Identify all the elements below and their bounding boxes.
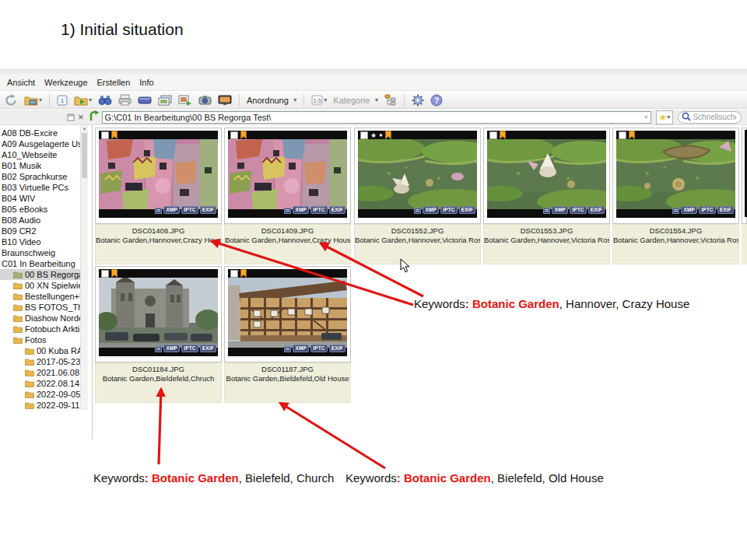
sidebar-item[interactable]: 2022-09-11 xyxy=(0,400,80,411)
menu-erstellen[interactable]: Erstellen xyxy=(97,78,131,87)
sort-list-icon[interactable]: 1-5▾ xyxy=(310,94,328,106)
select-checkbox[interactable] xyxy=(230,131,238,139)
sidebar-item[interactable]: Fotos xyxy=(0,334,80,345)
sidebar-item[interactable]: B02 Sprachkurse xyxy=(0,171,80,182)
select-checkbox[interactable] xyxy=(619,131,626,139)
sidebar-item-label: C01 In Bearbeitung xyxy=(2,259,75,268)
window-top-band xyxy=(0,68,747,74)
sidebar-item[interactable]: 2022-09-05 xyxy=(0,389,80,400)
badge-xmp: XMP xyxy=(293,206,309,214)
copy-images-icon[interactable] xyxy=(156,94,174,107)
sidebar-item[interactable]: Braunschweig xyxy=(0,247,80,258)
sidebar-item[interactable]: BS FOTOS_Themen+H xyxy=(0,302,80,313)
select-checkbox[interactable] xyxy=(230,270,238,278)
thumb-frame: XMPIPTCEXIF xyxy=(95,128,222,224)
menu-werkzeuge[interactable]: Werkzeuge xyxy=(44,78,87,87)
category-tree-icon[interactable] xyxy=(383,93,398,107)
file-keywords: Botanic Garden,Bieldefeld,Old House xyxy=(225,374,350,383)
sidebar-item[interactable]: 2022.08.14 Seelze xyxy=(0,378,80,389)
file-card[interactable]: ★●XMPIPTCEXIFDSC01552.JPGBotanic Garden,… xyxy=(354,128,481,264)
file-card[interactable]: XMPIPTCEXIFDSC01409.JPGBotanic Garden,Ha… xyxy=(224,128,351,264)
menubar: AnsichtWerkzeugeErstellenInfo xyxy=(0,74,747,91)
scroll-thumb[interactable] xyxy=(82,133,87,178)
sidebar-item[interactable]: B03 Virtuelle PCs xyxy=(0,182,80,193)
anordnung-button[interactable]: Anordnung ▾ xyxy=(245,93,298,108)
export-image-icon[interactable] xyxy=(177,94,194,107)
file-card[interactable]: XMPIPTCEXIFDSC01554.JPGBotanic Garden,Ha… xyxy=(612,128,739,264)
badge-iptc: IPTC xyxy=(699,206,716,214)
badge-exif: EXIF xyxy=(329,345,345,352)
sidebar-item[interactable]: 00 XN Spielwiese xyxy=(0,280,80,291)
pane-close-icon[interactable]: × xyxy=(78,113,84,122)
sidebar-item[interactable]: Diashow Norderney xyxy=(0,313,80,324)
slideshow-icon[interactable] xyxy=(216,94,233,107)
select-checkbox[interactable] xyxy=(101,131,109,139)
file-card[interactable]: XMPIPTCEXIFDSC01408.JPGBotanic Garden,Ha… xyxy=(95,128,222,264)
scan-icon[interactable] xyxy=(136,95,153,106)
search-binoculars-icon[interactable] xyxy=(96,94,114,106)
folder-up-icon[interactable] xyxy=(89,110,100,124)
info-tag-icon[interactable]: 1 xyxy=(55,94,69,107)
thumbnail-photo xyxy=(99,278,218,348)
file-card[interactable]: XMPIPTCEXIFDSC01553.JPGBotanic Garden,Ha… xyxy=(483,128,610,264)
sidebar-item[interactable]: 2021.06.08 Stadt F xyxy=(0,367,80,378)
scroll-up-arrow[interactable]: ▲ xyxy=(81,125,88,132)
sidebar-item[interactable]: 00 BS Regorga Test xyxy=(0,269,80,280)
sidebar-scrollbar[interactable]: ▲ xyxy=(80,125,88,410)
file-card-partial[interactable] xyxy=(742,128,747,264)
sidebar-item-label: B02 Sprachkurse xyxy=(2,172,67,181)
back-icon[interactable] xyxy=(3,93,19,107)
sidebar-item[interactable]: A09 Ausgelagerte Userko xyxy=(0,138,80,149)
sidebar-item[interactable]: B08 Audio xyxy=(0,215,80,226)
sidebar-item[interactable]: A08 DB-Excire xyxy=(0,128,80,138)
dropdown-caret: ▾ xyxy=(39,97,42,103)
sidebar-item[interactable]: B04 WIV xyxy=(0,193,80,204)
favorites-button[interactable]: ★▾ xyxy=(656,110,674,124)
kategorie-button[interactable]: Kategorie ▾ xyxy=(331,93,380,108)
sidebar-item[interactable]: Bestellungen+Käufe xyxy=(0,291,80,302)
sidebar-item[interactable]: B01 Musik xyxy=(0,160,80,171)
select-checkbox[interactable] xyxy=(489,131,497,139)
import-folder-icon[interactable]: ▾ xyxy=(72,94,93,107)
badge-xmp: XMP xyxy=(423,206,439,214)
sidebar-item[interactable]: 2017-05-23_Baust xyxy=(0,356,80,367)
camera-icon[interactable] xyxy=(197,94,213,106)
file-card[interactable]: XMPIPTCEXIFDSC01187.JPGBotanic Garden,Bi… xyxy=(224,266,351,403)
sidebar-item[interactable]: B09 CR2 xyxy=(0,226,80,236)
sidebar-item[interactable]: A10_Webseite xyxy=(0,149,80,160)
thumb-letterbox: XMPIPTCEXIF xyxy=(99,131,218,218)
metadata-badges: XMPIPTCEXIF xyxy=(155,203,216,217)
file-card[interactable]: XMPIPTCEXIFDSC01184.JPGBotanic Garden,Bi… xyxy=(95,266,222,403)
sidebar-item[interactable]: C01 In Bearbeitung xyxy=(0,258,80,269)
sidebar-item[interactable]: 00 Kuba RAW xyxy=(0,345,80,356)
thumb-marks xyxy=(101,131,117,139)
thumb-letterbox: XMPIPTCEXIF xyxy=(616,131,735,218)
help-icon[interactable]: ? xyxy=(429,93,444,107)
badge-iptc: IPTC xyxy=(181,345,198,352)
file-keywords: Botanic Garden,Hannover,Victoria Rose xyxy=(613,236,738,245)
print-icon[interactable] xyxy=(117,93,133,107)
sidebar-item-label: 2021.06.08 Stadt F xyxy=(37,368,80,377)
sidebar-item[interactable]: Fotobuch Arktis xyxy=(0,324,80,334)
bookmark-icon xyxy=(500,131,506,142)
select-checkbox[interactable] xyxy=(360,131,368,139)
sidebar-item-label: Diashow Norderney xyxy=(25,313,80,323)
file-name: DSC01187.JPG xyxy=(225,363,350,374)
keyword-annotation: Keywords: Botanic Garden, Bielefeld, Chu… xyxy=(93,471,334,485)
address-input[interactable] xyxy=(103,113,642,122)
sidebar-item[interactable]: B10 Video xyxy=(0,236,80,247)
pane-dock-icon[interactable] xyxy=(67,110,75,124)
thumb-frame: XMPIPTCEXIF xyxy=(224,128,351,224)
browse-folder-icon[interactable]: ▾ xyxy=(23,94,44,107)
thumbnail-photo xyxy=(487,139,606,209)
folder-icon xyxy=(13,271,23,278)
select-checkbox[interactable] xyxy=(101,270,109,278)
menu-ansicht[interactable]: Ansicht xyxy=(7,78,35,87)
address-dropdown-icon[interactable]: ˅ xyxy=(642,114,651,121)
metadata-badges: XMPIPTCEXIF xyxy=(284,341,345,355)
sidebar-item[interactable]: B05 eBooks xyxy=(0,204,80,215)
search-input[interactable] xyxy=(691,112,738,122)
settings-gear-icon[interactable] xyxy=(410,93,426,107)
menu-info[interactable]: Info xyxy=(139,78,153,87)
sidebar-item-label: B05 eBooks xyxy=(2,205,47,214)
